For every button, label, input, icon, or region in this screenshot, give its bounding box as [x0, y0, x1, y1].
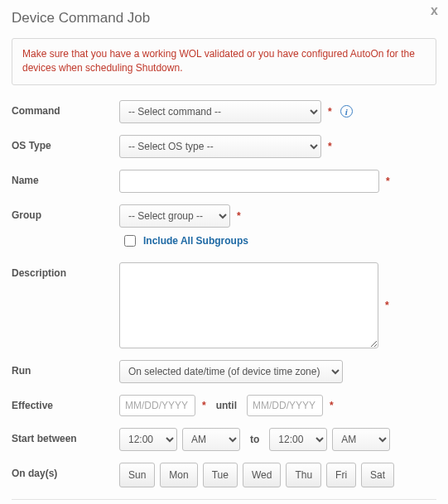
- day-thu-button[interactable]: Thu: [286, 463, 321, 487]
- start-from-time-select[interactable]: 12:00: [119, 428, 177, 451]
- day-mon-button[interactable]: Mon: [160, 463, 197, 487]
- run-select[interactable]: On selected date/time (of device time zo…: [119, 360, 343, 383]
- dialog-title: Device Command Job: [12, 10, 436, 26]
- day-sat-button[interactable]: Sat: [361, 463, 394, 487]
- os-type-label: OS Type: [12, 135, 119, 151]
- effective-label: Effective: [12, 395, 119, 411]
- effective-from-input[interactable]: [119, 395, 195, 416]
- required-mark: *: [328, 141, 332, 152]
- command-label: Command: [12, 100, 119, 117]
- close-icon[interactable]: x: [431, 3, 438, 18]
- day-fri-button[interactable]: Fri: [326, 463, 356, 487]
- description-textarea[interactable]: [119, 262, 378, 348]
- required-mark: *: [386, 175, 390, 187]
- run-label: Run: [12, 360, 119, 377]
- required-mark: *: [385, 300, 389, 311]
- effective-until-input[interactable]: [247, 395, 323, 416]
- start-to-ampm-select[interactable]: AM: [332, 428, 390, 451]
- command-select[interactable]: -- Select command --: [119, 100, 321, 123]
- required-mark: *: [330, 400, 334, 411]
- on-days-label: On day(s): [12, 463, 119, 479]
- warning-alert: Make sure that you have a working WOL va…: [12, 38, 436, 85]
- include-subgroups-label[interactable]: Include All Subgroups: [143, 235, 248, 247]
- required-mark: *: [237, 210, 241, 222]
- until-label: until: [216, 400, 237, 411]
- os-type-select[interactable]: -- Select OS type --: [119, 135, 321, 158]
- day-wed-button[interactable]: Wed: [243, 463, 281, 487]
- name-input[interactable]: [119, 170, 379, 193]
- description-label: Description: [12, 262, 119, 279]
- day-buttons: Sun Mon Tue Wed Thu Fri Sat: [119, 463, 436, 487]
- device-command-job-dialog: x Device Command Job Make sure that you …: [0, 0, 448, 504]
- start-to-time-select[interactable]: 12:00: [269, 428, 327, 451]
- name-label: Name: [12, 170, 119, 186]
- include-subgroups-checkbox[interactable]: [124, 235, 136, 247]
- day-sun-button[interactable]: Sun: [119, 463, 155, 487]
- group-label: Group: [12, 204, 119, 221]
- day-tue-button[interactable]: Tue: [203, 463, 238, 487]
- start-between-label: Start between: [12, 428, 119, 444]
- group-select[interactable]: -- Select group --: [119, 204, 230, 228]
- required-mark: *: [202, 400, 206, 411]
- divider: [12, 499, 436, 500]
- start-from-ampm-select[interactable]: AM: [182, 428, 240, 451]
- to-label: to: [250, 434, 259, 445]
- info-icon[interactable]: i: [340, 105, 353, 118]
- required-mark: *: [328, 106, 332, 118]
